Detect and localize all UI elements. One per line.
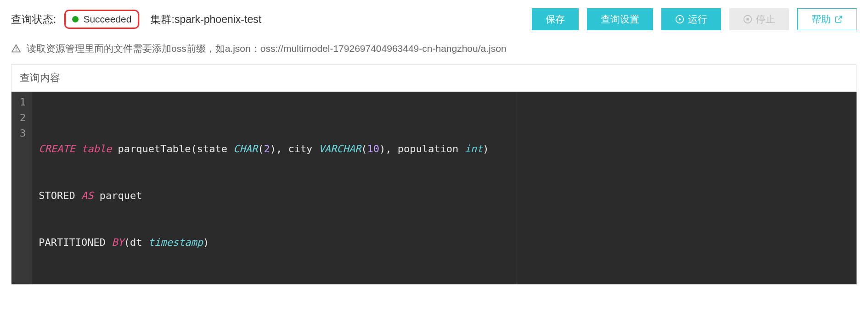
svg-marker-1	[679, 18, 681, 21]
cluster-label: 集群:spark-phoenix-test	[150, 12, 261, 27]
code-area[interactable]: CREATE table parquetTable(state CHAR(2),…	[32, 92, 857, 284]
query-settings-button[interactable]: 查询设置	[587, 8, 653, 30]
external-link-icon	[834, 15, 843, 23]
line-number: 1	[20, 94, 26, 110]
code-line: STORED AS parquet	[39, 188, 850, 204]
save-label: 保存	[546, 13, 565, 26]
query-settings-label: 查询设置	[601, 13, 639, 26]
stop-button: 停止	[729, 8, 789, 30]
help-label: 帮助	[812, 13, 831, 26]
editor-title: 查询内容	[11, 65, 857, 92]
help-button[interactable]: 帮助	[797, 8, 857, 30]
run-button[interactable]: 运行	[661, 8, 721, 30]
line-number: 2	[20, 110, 26, 126]
svg-point-5	[16, 50, 17, 51]
run-label: 运行	[688, 13, 707, 26]
code-line: CREATE table parquetTable(state CHAR(2),…	[39, 141, 850, 157]
cluster-name: spark-phoenix-test	[175, 13, 261, 25]
status-text: Succeeded	[83, 14, 131, 25]
editor-panel: 查询内容 1 2 3 CREATE table parquetTable(sta…	[11, 64, 857, 285]
line-gutter: 1 2 3	[11, 92, 32, 284]
stop-icon	[743, 15, 752, 24]
line-number: 3	[20, 126, 26, 141]
stop-label: 停止	[756, 13, 775, 26]
warning-icon	[11, 44, 21, 54]
toolbar: 查询状态: Succeeded 集群:spark-phoenix-test 保存…	[0, 0, 868, 37]
code-line: PARTITIONED BY(dt timestamp)	[39, 235, 850, 250]
save-button[interactable]: 保存	[532, 8, 579, 30]
print-margin	[517, 92, 517, 284]
status-dot-icon	[72, 16, 79, 22]
cluster-prefix: 集群:	[150, 13, 174, 25]
query-status-label: 查询状态:	[11, 12, 56, 27]
svg-rect-3	[747, 18, 749, 21]
code-editor[interactable]: 1 2 3 CREATE table parquetTable(state CH…	[11, 92, 857, 284]
play-icon	[675, 15, 684, 24]
status-badge: Succeeded	[64, 10, 139, 29]
info-note-text: 读取资源管理里面的文件需要添加oss前缀，如a.json：oss://multi…	[27, 42, 507, 55]
info-note: 读取资源管理里面的文件需要添加oss前缀，如a.json：oss://multi…	[0, 37, 868, 64]
